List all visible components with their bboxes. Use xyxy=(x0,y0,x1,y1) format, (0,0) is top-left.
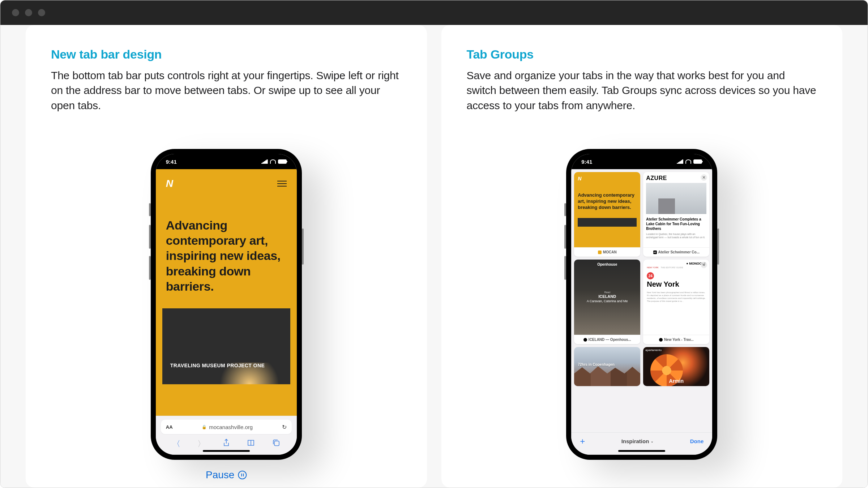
tab-tile-openhouse[interactable]: ✕ Openhouse Read ICELAND A Caravan, Cate… xyxy=(574,260,640,344)
tile-kicker: Read xyxy=(577,291,637,294)
feature-card-tab-bar: New tab bar design The bottom tab bar pu… xyxy=(26,25,427,488)
fullscreen-window-button[interactable] xyxy=(38,9,45,16)
tile-logo: N xyxy=(578,176,637,181)
tile-overlay: 72hrs in Copenhagen xyxy=(578,363,615,367)
feature-heading: Tab Groups xyxy=(467,47,817,61)
tile-brand: AZURE xyxy=(646,175,706,181)
wifi-icon xyxy=(270,159,276,164)
address-bar[interactable]: AA 🔒 mocanashville.org ↻ xyxy=(161,420,292,434)
status-right xyxy=(261,159,287,164)
phone-notch xyxy=(609,149,674,160)
tile-brand: apartamento xyxy=(645,348,662,352)
svg-rect-0 xyxy=(274,441,279,446)
pause-button[interactable]: Pause xyxy=(206,469,247,481)
tile-image xyxy=(646,183,706,214)
iphone-mockup: 9:41 ✕ xyxy=(566,149,717,460)
tab-tile-mocan[interactable]: ✕ N Advancing contemporary art, inspirin… xyxy=(574,172,640,257)
safari-toolbar: 〈 〉 xyxy=(156,438,297,455)
favicon xyxy=(583,338,587,342)
phone-illustration-right: 9:41 ✕ xyxy=(467,149,817,488)
mute-switch xyxy=(564,203,566,216)
pause-icon xyxy=(238,471,247,479)
volume-down-button xyxy=(564,256,566,280)
tile-hero: Advancing contemporary art, inspiring ne… xyxy=(578,192,637,211)
phone-notch xyxy=(194,149,259,160)
tile-tag: NEW YORK THE EDITORS' GUIDE xyxy=(647,266,706,269)
content-area: New tab bar design The bottom tab bar pu… xyxy=(0,25,868,488)
battery-icon xyxy=(693,159,702,164)
tile-headline: Atelier Schwimmer Completes a Lake Cabin… xyxy=(646,217,706,231)
volume-down-button xyxy=(149,256,151,280)
phone-illustration-left: 9:41 N xyxy=(51,149,402,488)
tabs-button[interactable] xyxy=(272,439,280,449)
favicon: AZ xyxy=(653,251,657,254)
feature-body: Save and organize your tabs in the way t… xyxy=(467,68,817,113)
signal-icon xyxy=(261,159,268,164)
hero-image: TRAVELING MUSEUM PROJECT ONE xyxy=(162,308,290,384)
tab-group-toolbar: + Inspiration ⌄ Done xyxy=(571,432,712,455)
site-header: N xyxy=(156,169,297,198)
tab-groups-overview: ✕ N Advancing contemporary art, inspirin… xyxy=(571,169,712,432)
power-button xyxy=(302,228,304,265)
safari-bottom-bar: AA 🔒 mocanashville.org ↻ 〈 〉 xyxy=(156,416,297,455)
share-button[interactable] xyxy=(223,438,230,449)
power-button xyxy=(717,228,719,265)
tabs-grid: ✕ N Advancing contemporary art, inspirin… xyxy=(574,172,709,386)
tile-desc: New York has been photographed and filme… xyxy=(647,291,706,303)
site-logo: N xyxy=(166,178,172,189)
tile-footer: AZ Atelier Schwimmer Co... xyxy=(643,247,709,257)
project-label: TRAVELING MUSEUM PROJECT ONE xyxy=(170,363,265,368)
favicon xyxy=(659,338,663,342)
badge: 24 xyxy=(647,272,654,279)
safari-page-content: N Advancing contemporary art, inspiring … xyxy=(156,169,297,416)
forward-button[interactable]: 〉 xyxy=(197,438,205,449)
back-button[interactable]: 〈 xyxy=(172,438,180,449)
mute-switch xyxy=(149,203,151,216)
wifi-icon xyxy=(685,159,691,164)
tile-image xyxy=(574,365,640,386)
tile-footer: MOCAN xyxy=(574,247,640,257)
tile-footer: New York - Trav... xyxy=(643,335,709,344)
status-time: 9:41 xyxy=(166,159,177,165)
hero-text: Advancing contemporary art, inspiring ne… xyxy=(156,198,297,301)
reload-icon[interactable]: ↻ xyxy=(282,424,287,431)
signal-icon xyxy=(677,159,683,164)
traffic-lights xyxy=(12,9,45,16)
tab-tile-monocle[interactable]: ✕ ● MONOCLE NEW YORK THE EDITORS' GUIDE … xyxy=(643,260,709,344)
chevron-down-icon: ⌄ xyxy=(651,440,654,443)
home-indicator xyxy=(203,450,250,452)
tile-city: New York xyxy=(647,280,706,288)
status-right xyxy=(677,159,702,164)
favicon xyxy=(598,251,602,254)
new-tab-button[interactable]: + xyxy=(580,436,585,446)
home-indicator xyxy=(618,450,665,452)
phone-screen: 9:41 ✕ xyxy=(571,154,712,455)
done-button[interactable]: Done xyxy=(690,438,704,444)
status-time: 9:41 xyxy=(581,159,592,165)
tile-footer: ICELAND — Openhous... xyxy=(574,335,640,344)
tile-sub: Located in Quebec, the house plays with … xyxy=(646,232,706,239)
phone-screen: 9:41 N xyxy=(156,154,297,455)
iphone-mockup: 9:41 N xyxy=(151,149,302,460)
feature-heading: New tab bar design xyxy=(51,47,402,61)
tab-tile-azure[interactable]: ✕ AZURE Atelier Schwimmer Completes a La… xyxy=(643,172,709,257)
lock-icon: 🔒 xyxy=(202,425,207,429)
feature-card-tab-groups: Tab Groups Save and organize your tabs i… xyxy=(441,25,843,488)
tab-group-selector[interactable]: Inspiration ⌄ xyxy=(621,438,654,444)
tab-tile-apartamento[interactable]: ✕ apartamento Armin xyxy=(643,347,709,386)
tile-title: ICELAND xyxy=(577,294,637,299)
tab-tile-copenhagen[interactable]: ✕ 72hrs in Copenhagen xyxy=(574,347,640,386)
tile-brand: ● MONOCLE xyxy=(647,262,706,265)
minimize-window-button[interactable] xyxy=(25,9,32,16)
volume-up-button xyxy=(149,225,151,249)
text-size-button[interactable]: AA xyxy=(166,424,173,430)
tile-sub: A Caravan, Caterina and Me xyxy=(577,299,637,303)
address-text: 🔒 mocanashville.org xyxy=(202,424,253,430)
app-window: New tab bar design The bottom tab bar pu… xyxy=(0,0,868,488)
bookmarks-button[interactable] xyxy=(247,439,255,449)
tile-brand: Openhouse xyxy=(577,262,637,266)
battery-icon xyxy=(278,159,287,164)
hamburger-icon[interactable] xyxy=(277,181,287,187)
close-window-button[interactable] xyxy=(12,9,19,16)
window-titlebar xyxy=(0,0,868,25)
